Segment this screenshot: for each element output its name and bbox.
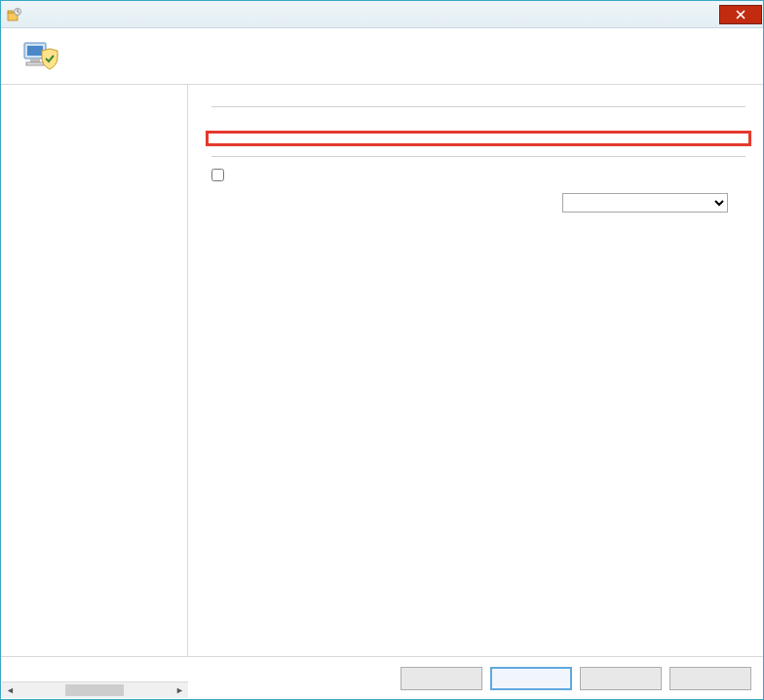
security-icon — [20, 37, 59, 76]
remediate-row — [211, 169, 745, 181]
svg-rect-6 — [26, 62, 44, 65]
previous-button[interactable] — [401, 667, 482, 690]
noncompliance-row — [211, 193, 745, 213]
wizard-body — [1, 85, 763, 656]
wizard-window: ◄ ► — [0, 0, 764, 700]
remediate-checkbox[interactable] — [211, 169, 224, 181]
scroll-right-arrow[interactable]: ► — [172, 682, 188, 698]
heading-rule — [211, 106, 745, 107]
svg-rect-1 — [8, 11, 13, 13]
scroll-thumb[interactable] — [65, 684, 124, 696]
settings-list — [211, 131, 745, 213]
close-icon — [736, 10, 745, 19]
next-button[interactable] — [490, 667, 572, 690]
titlebar — [1, 1, 763, 28]
scroll-track[interactable] — [19, 682, 172, 698]
noncompliance-select[interactable] — [562, 193, 728, 213]
summary-button[interactable] — [580, 667, 662, 690]
cancel-button[interactable] — [669, 667, 751, 690]
svg-rect-4 — [27, 46, 43, 56]
svg-rect-5 — [30, 58, 40, 62]
scroll-left-arrow[interactable]: ◄ — [2, 682, 19, 698]
highlight-box — [206, 131, 751, 146]
header-banner — [1, 28, 763, 85]
content-pane — [188, 85, 763, 656]
sidebar — [1, 85, 188, 656]
sidebar-scrollbar[interactable]: ◄ ► — [2, 681, 188, 698]
section-rule — [211, 156, 745, 157]
close-button[interactable] — [719, 5, 762, 24]
app-icon — [7, 7, 22, 22]
